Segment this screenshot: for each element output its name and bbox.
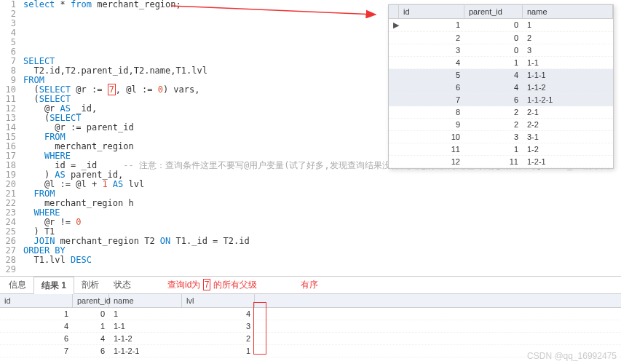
tab-status[interactable]: 状态	[106, 277, 138, 293]
popup-row[interactable]: ▶101	[389, 19, 613, 32]
popup-header-row: id parent_id name	[389, 5, 613, 19]
result-row[interactable]: 641-1-22	[0, 333, 621, 345]
popup-row[interactable]: 1111-2	[389, 143, 613, 156]
line-number-gutter: 1234567891011121314151617181920212223242…	[0, 0, 20, 276]
result-grid-header: id parent_id name lvl	[0, 294, 621, 308]
popup-header-name[interactable]: name	[523, 5, 613, 18]
annotation-query-desc: 查询id为 7 的所有父级	[167, 279, 257, 291]
query-result-popup[interactable]: id parent_id name ▶101202303411-1541-1-1…	[388, 4, 614, 169]
popup-row[interactable]: 822-1	[389, 106, 613, 119]
popup-row[interactable]: 12111-2-1	[389, 156, 613, 168]
popup-header-id[interactable]: id	[399, 5, 464, 18]
popup-header-parent-id[interactable]: parent_id	[464, 5, 523, 18]
popup-row[interactable]: 202	[389, 32, 613, 44]
result-grid-body[interactable]: 1014411-13641-1-22761-1-2-11	[0, 308, 621, 357]
tab-info[interactable]: 信息	[1, 277, 33, 293]
watermark: CSDN @qq_16992475	[527, 351, 617, 361]
popup-row[interactable]: 922-2	[389, 119, 613, 131]
popup-row[interactable]: 761-1-2-1	[389, 94, 613, 106]
result-header-lvl[interactable]: lvl	[182, 294, 255, 307]
result-row[interactable]: 411-13	[0, 320, 621, 333]
popup-row[interactable]: 541-1-1	[389, 69, 613, 82]
result-header-name[interactable]: name	[109, 294, 182, 307]
tab-result-1[interactable]: 结果 1	[33, 277, 74, 294]
popup-row[interactable]: 411-1	[389, 57, 613, 69]
result-tabs: 信息 结果 1 剖析 状态 查询id为 7 的所有父级 有序	[0, 277, 621, 294]
popup-row[interactable]: 1033-1	[389, 131, 613, 143]
popup-row[interactable]: 303	[389, 44, 613, 57]
result-header-id[interactable]: id	[0, 294, 73, 307]
popup-header-marker	[389, 5, 399, 18]
result-row[interactable]: 1014	[0, 308, 621, 320]
popup-row[interactable]: 641-1-2	[389, 82, 613, 94]
tab-analyze[interactable]: 剖析	[74, 277, 106, 293]
annotation-ordered: 有序	[301, 279, 318, 291]
result-header-parent-id[interactable]: parent_id	[73, 294, 109, 307]
annotation-lvl-highlight	[253, 302, 266, 355]
